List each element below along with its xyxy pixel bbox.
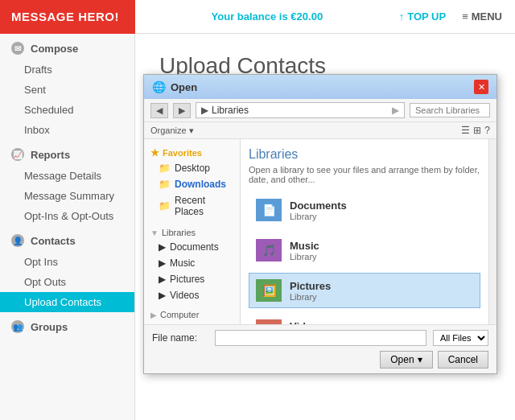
sidebar-section-groups: 👥 Groups <box>0 312 134 338</box>
reports-icon: 📈 <box>11 148 24 161</box>
dialog-footer: File name: All Files Open ▾ Cancel <box>144 324 496 373</box>
reports-label: Reports <box>31 149 70 161</box>
sidebar-desktop[interactable]: 📁 Desktop <box>144 160 240 176</box>
sidebar-documents[interactable]: ▶ Documents <box>144 239 240 255</box>
menu-icon: ≡ <box>462 10 468 23</box>
topup-label: TOP UP <box>407 10 446 23</box>
topup-button[interactable]: ↑ TOP UP <box>399 10 446 23</box>
balance-value: €20.00 <box>290 10 323 23</box>
path-chevron-icon: ▶ <box>392 105 399 116</box>
menu-label: MENU <box>472 10 502 23</box>
sidebar-item-opt-ins[interactable]: Opt Ins <box>0 252 134 272</box>
dialog-main-desc: Open a library to see your files and arr… <box>249 165 480 184</box>
sidebar-music[interactable]: ▶ Music <box>144 255 240 271</box>
filename-label: File name: <box>152 332 208 344</box>
sidebar-item-message-summary[interactable]: Message Summary <box>0 186 134 206</box>
dialog-title: 🌐 Open <box>152 80 197 93</box>
main-content: Upload Contacts Uploading contacts is ea… <box>135 34 515 420</box>
folder-icon: 📁 <box>159 179 171 190</box>
dialog-toolbar: ◀ ▶ ▶ Libraries ▶ <box>144 99 496 122</box>
star-icon: ★ <box>150 147 159 159</box>
sidebar-section-compose: ✉ Compose <box>0 34 134 60</box>
lib-item-music[interactable]: 🎵 Music Library <box>249 233 480 268</box>
computer-arrow-icon: ▶ <box>150 311 157 319</box>
topup-arrow-icon: ↑ <box>399 10 405 23</box>
lib-item-pictures[interactable]: 🖼️ Pictures Library <box>249 273 480 308</box>
dialog-titlebar: 🌐 Open ✕ <box>144 75 496 99</box>
dialog-cancel-button[interactable]: Cancel <box>438 351 488 369</box>
dialog-sidebar: ★ Favorites 📁 Desktop 📁 Downloads 📁 Rece… <box>144 139 241 324</box>
contacts-label: Contacts <box>31 235 76 247</box>
filename-input[interactable] <box>215 330 426 346</box>
sidebar-pictures[interactable]: ▶ Pictures <box>144 271 240 287</box>
groups-icon: 👥 <box>11 320 24 333</box>
header-actions: ↑ TOP UP ≡ MENU <box>399 10 515 23</box>
libraries-arrow-icon: ▼ <box>150 229 159 237</box>
sidebar-item-sent[interactable]: Sent <box>0 80 134 100</box>
file-dialog: 🌐 Open ✕ ◀ ▶ ▶ Libraries ▶ Organize ▾ <box>143 74 497 374</box>
favorites-section: ★ Favorites <box>144 144 240 160</box>
dialog-actions-bar: Organize ▾ ☰ ⊞ ? <box>144 122 496 139</box>
libraries-section: ▼ Libraries <box>144 224 240 239</box>
path-label: Libraries <box>212 105 249 116</box>
pictures-icon: 🖼️ <box>254 278 283 303</box>
computer-section: ▶ Computer <box>144 307 240 321</box>
dialog-scrollbar[interactable] <box>488 139 496 324</box>
sidebar-item-opt-outs[interactable]: Opt Outs <box>0 272 134 292</box>
compose-label: Compose <box>31 43 78 55</box>
videos-icon: 🎬 <box>254 318 283 324</box>
sidebar-item-scheduled[interactable]: Scheduled <box>0 100 134 120</box>
path-arrow-icon: ▶ <box>201 105 208 116</box>
contacts-icon: 👤 <box>11 234 24 247</box>
dialog-open-button[interactable]: Open ▾ <box>380 351 432 369</box>
groups-label: Groups <box>31 321 68 333</box>
folder-icon: 📁 <box>159 163 171 174</box>
sidebar-section-contacts: 👤 Contacts <box>0 226 134 252</box>
help-icon[interactable]: ? <box>484 125 490 136</box>
menu-button[interactable]: ≡ MENU <box>462 10 502 23</box>
music-icon: 🎵 <box>254 237 283 263</box>
sidebar-item-upload-contacts[interactable]: Upload Contacts <box>0 292 134 312</box>
compose-icon: ✉ <box>11 42 24 55</box>
dialog-search-input[interactable] <box>410 103 490 117</box>
dialog-footer-buttons: Open ▾ Cancel <box>152 351 488 369</box>
header: MESSAGE HERO! Your balance is €20.00 ↑ T… <box>0 0 515 34</box>
organize-button[interactable]: Organize ▾ <box>150 126 194 136</box>
folder-icon: ▶ <box>159 274 166 285</box>
sidebar-item-drafts[interactable]: Drafts <box>0 60 134 80</box>
sidebar-section-reports: 📈 Reports <box>0 140 134 166</box>
layout: ✉ Compose Drafts Sent Scheduled Inbox 📈 … <box>0 34 515 420</box>
filename-row: File name: All Files <box>152 330 488 346</box>
dialog-forward-button[interactable]: ▶ <box>173 103 191 118</box>
filetype-select[interactable]: All Files <box>433 330 488 346</box>
logo: MESSAGE HERO! <box>0 0 135 34</box>
dialog-close-button[interactable]: ✕ <box>474 80 488 94</box>
folder-icon: ▶ <box>159 290 166 301</box>
view-toggle: ☰ ⊞ ? <box>461 125 490 136</box>
folder-icon: ▶ <box>159 257 166 269</box>
sidebar-videos[interactable]: ▶ Videos <box>144 287 240 303</box>
lib-item-documents[interactable]: 📄 Documents Library <box>249 192 480 228</box>
open-arrow-icon: ▾ <box>418 354 422 365</box>
documents-icon: 📄 <box>254 197 283 223</box>
folder-icon: 📁 <box>159 200 171 212</box>
folder-icon: ▶ <box>159 241 166 253</box>
dialog-chrome-icon: 🌐 <box>152 80 166 93</box>
dialog-body: ★ Favorites 📁 Desktop 📁 Downloads 📁 Rece… <box>144 139 496 324</box>
library-items: 📄 Documents Library 🎵 <box>249 192 480 324</box>
lib-item-videos[interactable]: 🎬 Videos Library <box>249 313 480 324</box>
sidebar-recent-places[interactable]: 📁 Recent Places <box>144 192 240 220</box>
view-detail-icon[interactable]: ⊞ <box>473 125 481 136</box>
sidebar-downloads[interactable]: 📁 Downloads <box>144 176 240 192</box>
sidebar: ✉ Compose Drafts Sent Scheduled Inbox 📈 … <box>0 34 135 420</box>
sidebar-item-inbox[interactable]: Inbox <box>0 120 134 140</box>
dialog-back-button[interactable]: ◀ <box>150 103 168 118</box>
view-list-icon[interactable]: ☰ <box>461 125 470 136</box>
balance-display: Your balance is €20.00 <box>135 10 399 23</box>
sidebar-item-message-details[interactable]: Message Details <box>0 166 134 186</box>
dialog-path: ▶ Libraries ▶ <box>196 102 405 118</box>
balance-label: Your balance is <box>212 10 288 23</box>
sidebar-item-opt-ins-opt-outs[interactable]: Opt-Ins & Opt-Outs <box>0 206 134 226</box>
dialog-main: Libraries Open a library to see your fil… <box>241 139 488 324</box>
dialog-main-title: Libraries <box>249 147 480 162</box>
